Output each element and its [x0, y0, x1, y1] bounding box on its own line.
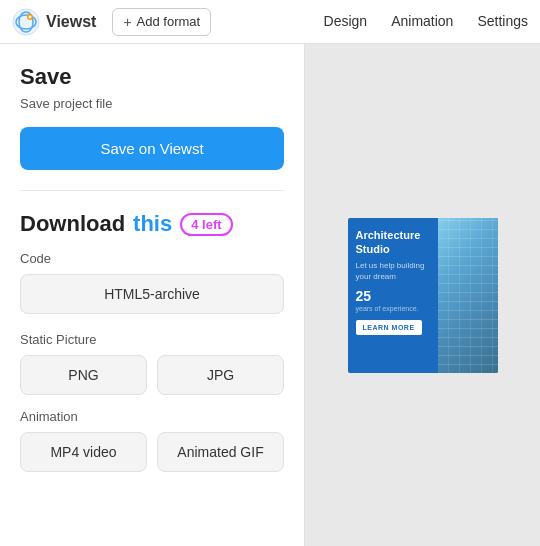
tab-settings[interactable]: Settings — [477, 9, 528, 35]
save-section: Save Save project file Save on Viewst — [20, 64, 284, 190]
jpg-button[interactable]: JPG — [157, 355, 284, 395]
download-heading: Download this 4 left — [20, 211, 284, 237]
code-label: Code — [20, 251, 284, 266]
logo-area: Viewst — [12, 8, 96, 36]
tab-animation[interactable]: Animation — [391, 9, 453, 35]
html5-archive-button[interactable]: HTML5-archive — [20, 274, 284, 314]
animation-label: Animation — [20, 409, 284, 424]
ad-years-text: years of experience. — [356, 305, 430, 312]
ad-description: Let us help building your dream — [356, 260, 430, 282]
viewst-logo-icon — [12, 8, 40, 36]
save-title: Save — [20, 64, 284, 90]
main-content: Save Save project file Save on Viewst Do… — [0, 44, 540, 546]
ad-building-image — [438, 218, 498, 373]
static-format-row: PNG JPG — [20, 355, 284, 395]
left-panel: Save Save project file Save on Viewst Do… — [0, 44, 305, 546]
ad-text-column: Architecture Studio Let us help building… — [348, 218, 438, 373]
save-subtitle: Save project file — [20, 96, 284, 111]
ad-years-number: 25 — [356, 288, 430, 304]
divider — [20, 190, 284, 191]
ad-cta-button: LEARN MORE — [356, 320, 422, 335]
save-on-viewst-button[interactable]: Save on Viewst — [20, 127, 284, 170]
download-section: Download this 4 left Code HTML5-archive … — [20, 211, 284, 472]
download-this: this — [133, 211, 172, 237]
right-preview-panel: Architecture Studio Let us help building… — [305, 44, 540, 546]
tab-design[interactable]: Design — [324, 9, 368, 35]
ad-preview-card: Architecture Studio Let us help building… — [348, 218, 498, 373]
animated-gif-button[interactable]: Animated GIF — [157, 432, 284, 472]
png-button[interactable]: PNG — [20, 355, 147, 395]
ad-title: Architecture Studio — [356, 228, 430, 257]
ad-card-inner: Architecture Studio Let us help building… — [348, 218, 498, 373]
downloads-left-badge: 4 left — [180, 213, 232, 236]
download-prefix: Download — [20, 211, 125, 237]
static-picture-label: Static Picture — [20, 332, 284, 347]
header: Viewst + Add format Design Animation Set… — [0, 0, 540, 44]
mp4-video-button[interactable]: MP4 video — [20, 432, 147, 472]
animation-format-row: MP4 video Animated GIF — [20, 432, 284, 472]
add-format-label: Add format — [137, 14, 201, 29]
svg-point-4 — [29, 15, 32, 18]
svg-point-0 — [13, 9, 39, 35]
add-format-button[interactable]: + Add format — [112, 8, 211, 36]
plus-icon: + — [123, 14, 131, 30]
nav-tabs: Design Animation Settings — [324, 9, 528, 35]
ad-content: Architecture Studio Let us help building… — [356, 228, 430, 336]
logo-text: Viewst — [46, 13, 96, 31]
